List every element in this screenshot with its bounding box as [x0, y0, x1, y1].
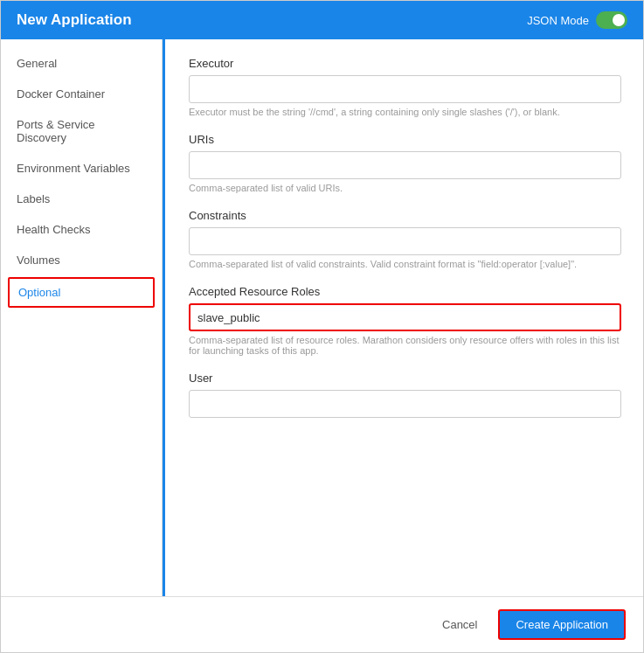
sidebar-item-labels[interactable]: Labels: [1, 184, 162, 214]
uris-hint: Comma-separated list of valid URIs.: [189, 183, 621, 193]
modal-footer: Cancel Create Application: [1, 596, 643, 652]
sidebar-item-docker-container[interactable]: Docker Container: [1, 79, 162, 109]
uris-field-group: URIs Comma-separated list of valid URIs.: [189, 133, 621, 193]
modal-body: General Docker Container Ports & Service…: [1, 39, 643, 596]
constraints-field-group: Constraints Comma-separated list of vali…: [189, 209, 621, 269]
uris-label: URIs: [189, 133, 621, 146]
sidebar-item-optional[interactable]: Optional: [8, 277, 155, 308]
sidebar-item-environment-variables[interactable]: Environment Variables: [1, 153, 162, 184]
create-application-button[interactable]: Create Application: [498, 609, 626, 640]
sidebar-item-volumes[interactable]: Volumes: [1, 245, 162, 275]
cancel-button[interactable]: Cancel: [432, 613, 488, 636]
executor-label: Executor: [189, 57, 621, 70]
resource-roles-field-group: Accepted Resource Roles Comma-separated …: [189, 285, 621, 356]
uris-input[interactable]: [189, 151, 621, 179]
sidebar-item-general[interactable]: General: [1, 48, 162, 79]
executor-field-group: Executor Executor must be the string '//…: [189, 57, 621, 117]
resource-roles-hint: Comma-separated list of resource roles. …: [189, 335, 621, 356]
modal-title: New Application: [17, 11, 132, 29]
sidebar-item-health-checks[interactable]: Health Checks: [1, 214, 162, 245]
user-label: User: [189, 372, 621, 385]
json-mode-label: JSON Mode: [527, 14, 589, 27]
user-input[interactable]: [189, 390, 621, 418]
sidebar: General Docker Container Ports & Service…: [1, 39, 163, 596]
modal-header: New Application JSON Mode: [1, 1, 643, 39]
resource-roles-label: Accepted Resource Roles: [189, 285, 621, 298]
sidebar-item-ports-service-discovery[interactable]: Ports & Service Discovery: [1, 109, 162, 153]
resource-roles-input[interactable]: [189, 303, 621, 331]
constraints-label: Constraints: [189, 209, 621, 222]
user-field-group: User: [189, 372, 621, 418]
new-application-modal: New Application JSON Mode General Docker…: [0, 0, 644, 653]
left-blue-bar: [163, 39, 165, 596]
constraints-input[interactable]: [189, 227, 621, 255]
json-mode-toggle[interactable]: [596, 11, 627, 29]
constraints-hint: Comma-separated list of valid constraint…: [189, 259, 621, 269]
form-content: Executor Executor must be the string '//…: [163, 39, 643, 596]
executor-hint: Executor must be the string '//cmd', a s…: [189, 107, 621, 117]
executor-input[interactable]: [189, 75, 621, 103]
json-mode-toggle-container: JSON Mode: [527, 11, 627, 29]
